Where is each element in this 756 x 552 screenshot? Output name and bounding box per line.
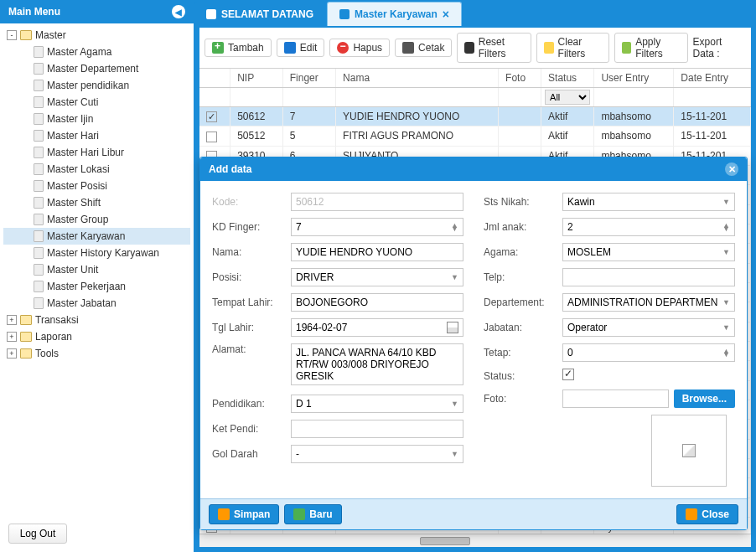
file-icon <box>34 297 44 309</box>
row-checkbox[interactable] <box>206 111 217 122</box>
posisi-combo[interactable]: DRIVER▼ <box>291 268 463 286</box>
gol-darah-value: - <box>296 448 299 460</box>
nav-item-label: Master History Karyawan <box>47 247 159 259</box>
nav-item[interactable]: +Tools <box>3 345 190 362</box>
jml-anak-spinner[interactable]: 2▲▼ <box>562 218 735 236</box>
nav-item[interactable]: Master pendidikan <box>3 77 190 94</box>
nav-item[interactable]: Master Lokasi <box>3 161 190 178</box>
column-header[interactable]: Finger <box>282 69 335 88</box>
spinner-arrows-icon: ▲▼ <box>722 224 730 231</box>
nav-item[interactable]: Master Shift <box>3 194 190 211</box>
file-icon <box>34 96 44 108</box>
printer-icon <box>402 42 414 54</box>
broken-image-icon <box>682 444 696 457</box>
nav-item[interactable]: +Transaksi <box>3 312 190 328</box>
alamat-textarea[interactable]: JL. PANCA WARNA 64/10 KBD RT/RW 003/008 … <box>291 343 463 385</box>
tree-toggle-icon[interactable]: + <box>7 315 17 325</box>
tgl-lahir-datepicker[interactable]: 1964-02-07 <box>291 318 463 337</box>
column-header[interactable] <box>199 69 230 88</box>
nav-item[interactable]: Master History Karyawan <box>3 245 190 261</box>
apply-filters-button[interactable]: Apply Filters <box>614 33 688 63</box>
gol-darah-combo[interactable]: -▼ <box>291 445 463 463</box>
photo-preview <box>651 415 727 487</box>
column-header[interactable]: User Entry <box>594 69 674 88</box>
jabatan-combo[interactable]: Operator▼ <box>562 318 735 337</box>
baru-button[interactable]: Baru <box>284 504 341 524</box>
new-icon <box>293 508 305 520</box>
chevron-down-icon: ▼ <box>451 400 458 408</box>
reset-icon <box>464 42 474 54</box>
nav-item[interactable]: Master Jabatan <box>3 295 190 312</box>
horizontal-scrollbar[interactable] <box>199 534 751 547</box>
column-header[interactable]: Date Entry <box>674 69 751 88</box>
add-button[interactable]: Tambah <box>205 39 272 57</box>
tempat-lahir-input[interactable] <box>291 293 463 312</box>
tree-toggle-icon[interactable]: + <box>7 348 17 359</box>
table-row[interactable]: 505125FITRI AGUS PRAMONOAktifmbahsomo15-… <box>199 126 751 146</box>
nav-item-label: Master Lokasi <box>47 163 110 175</box>
foto-input[interactable] <box>562 389 669 408</box>
nav-item[interactable]: Master Cuti <box>3 94 190 111</box>
ket-pendi-input[interactable] <box>291 420 463 438</box>
table-row[interactable]: 506127YUDIE HENDRO YUONOAktifmbahsomo15-… <box>199 107 751 126</box>
chevron-down-icon: ▼ <box>722 298 730 307</box>
departement-combo[interactable]: ADMINISTRATION DEPARTMEN▼ <box>562 293 735 312</box>
nav-item[interactable]: Master Ijin <box>3 111 190 127</box>
nav-item[interactable]: Master Posisi <box>3 178 190 194</box>
cell-foto <box>499 107 541 126</box>
nav-item[interactable]: Master Pekerjaan <box>3 278 190 295</box>
nama-input[interactable] <box>291 243 463 261</box>
nav-item[interactable]: Master Departement <box>3 60 190 77</box>
modal-header[interactable]: Add data ✕ <box>200 157 747 181</box>
tab-close-icon[interactable]: × <box>443 8 449 21</box>
tab-icon <box>206 9 216 19</box>
tetap-spinner[interactable]: 0▲▼ <box>562 343 735 362</box>
browse-button[interactable]: Browse... <box>674 389 735 408</box>
tetap-label: Tetap: <box>484 347 562 359</box>
cell-status: Aktif <box>541 107 594 126</box>
nav-item[interactable]: Master Unit <box>3 261 190 278</box>
nav-item[interactable]: Master Agama <box>3 44 190 60</box>
print-button[interactable]: Cetak <box>395 39 452 57</box>
row-checkbox[interactable] <box>206 132 217 142</box>
tab[interactable]: Master Karyawan× <box>327 2 462 26</box>
logout-button[interactable]: Log Out <box>8 524 67 544</box>
gol-darah-label: Gol Darah <box>212 448 291 460</box>
nav-item[interactable]: +Laporan <box>3 328 190 345</box>
clear-filters-button[interactable]: Clear Filters <box>536 33 609 63</box>
telp-input[interactable] <box>562 268 735 286</box>
file-icon <box>34 113 44 125</box>
cell-date: 15-11-201 <box>674 126 751 146</box>
column-header[interactable]: Status <box>541 69 594 88</box>
status-checkbox[interactable] <box>562 369 574 380</box>
modal-close-button[interactable]: ✕ <box>725 163 738 176</box>
nav-item[interactable]: Master Karyawan <box>3 228 190 245</box>
tree-toggle-icon[interactable]: + <box>7 332 17 342</box>
close-button[interactable]: Close <box>676 504 738 524</box>
delete-button[interactable]: Hapus <box>329 39 390 57</box>
pendidikan-value: D 1 <box>296 398 312 410</box>
cell-nama: YUDIE HENDRO YUONO <box>336 107 499 126</box>
sidebar-collapse-button[interactable]: ◀ <box>172 5 185 18</box>
tab[interactable]: SELAMAT DATANG <box>194 2 325 26</box>
nav-item[interactable]: Master Hari Libur <box>3 144 190 161</box>
column-header[interactable]: NIP <box>230 69 283 88</box>
tree-toggle-icon[interactable]: - <box>7 30 17 40</box>
scrollbar-thumb[interactable] <box>420 537 470 545</box>
nav-item[interactable]: Master Group <box>3 211 190 228</box>
simpan-button[interactable]: Simpan <box>209 504 279 524</box>
status-filter[interactable]: All <box>545 90 590 105</box>
cell-finger: 7 <box>282 107 335 126</box>
sts-nikah-combo[interactable]: Kawin▼ <box>562 193 735 211</box>
agama-combo[interactable]: MOSLEM▼ <box>562 243 735 261</box>
column-header[interactable]: Nama <box>336 69 499 88</box>
nav-item[interactable]: -Master <box>3 27 190 44</box>
pencil-icon <box>284 42 296 54</box>
edit-button[interactable]: Edit <box>277 39 325 57</box>
pendidikan-combo[interactable]: D 1▼ <box>291 395 463 413</box>
column-header[interactable]: Foto <box>499 69 541 88</box>
nav-item[interactable]: Master Hari <box>3 127 190 144</box>
agama-label: Agama: <box>484 246 562 258</box>
kd-finger-spinner[interactable]: 7▲▼ <box>291 218 463 236</box>
reset-filters-button[interactable]: Reset Filters <box>457 33 531 63</box>
